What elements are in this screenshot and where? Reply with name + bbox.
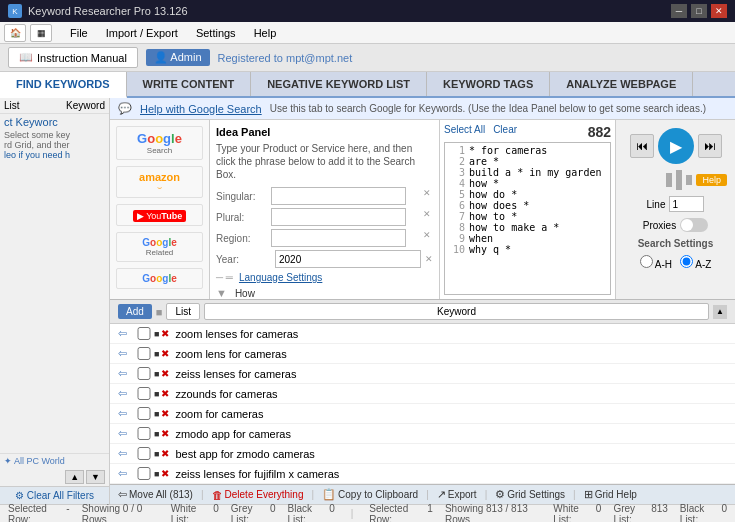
close-button[interactable]: ✕: [711, 4, 727, 18]
menu-icons: 🏠 ▦: [4, 24, 52, 42]
row-checkbox-1[interactable]: [136, 327, 152, 340]
row-delete-button-5[interactable]: ✖: [161, 408, 175, 419]
tab-keyword-tags[interactable]: KEYWORD TAGS: [427, 72, 550, 96]
grid-add-button[interactable]: Add: [118, 304, 152, 319]
proxies-toggle[interactable]: [680, 218, 708, 232]
row-add-arrow-5[interactable]: ⇦: [118, 407, 134, 420]
year-input[interactable]: [275, 250, 421, 268]
tab-analyze-webpage[interactable]: ANALYZE WEBPAGE: [550, 72, 693, 96]
amazon-button[interactable]: amazon ⌣: [116, 166, 203, 198]
find-keywords-area: Google Search amazon ⌣ ▶ YouTube: [110, 120, 735, 300]
grid-settings-button[interactable]: ⚙ Grid Settings: [495, 488, 565, 501]
grey-list2-value: 813: [651, 503, 668, 523]
grid-list-button[interactable]: List: [166, 303, 200, 320]
region-clear-button[interactable]: ✕: [423, 230, 431, 240]
grid-keyword-button[interactable]: Keyword: [204, 303, 709, 320]
grid-icon-button[interactable]: ▦: [30, 24, 52, 42]
menu-settings[interactable]: Settings: [188, 25, 244, 41]
singular-label: Singular:: [216, 191, 271, 202]
radio-az[interactable]: [680, 255, 693, 268]
export-button[interactable]: ↗ Export: [437, 488, 477, 501]
move-all-button[interactable]: ⇦ Move All (813): [118, 488, 193, 501]
menu-help[interactable]: Help: [246, 25, 285, 41]
language-settings-link[interactable]: Language Settings: [239, 272, 322, 283]
minimize-button[interactable]: ─: [671, 4, 687, 18]
google-search-button[interactable]: Google Search: [116, 126, 203, 160]
all-pc-world-link[interactable]: ✦ All PC World: [4, 456, 65, 466]
plural-input[interactable]: [271, 208, 406, 226]
toggle-knob: [681, 219, 693, 231]
row-delete-button-8[interactable]: ✖: [161, 468, 175, 479]
row-delete-button-6[interactable]: ✖: [161, 428, 175, 439]
google-related-button[interactable]: Google Related: [116, 232, 203, 262]
menu-import-export[interactable]: Import / Export: [98, 25, 186, 41]
singular-clear-button[interactable]: ✕: [423, 188, 431, 198]
region-input[interactable]: [271, 229, 406, 247]
row-delete-button-1[interactable]: ✖: [161, 328, 175, 339]
plural-clear-button[interactable]: ✕: [423, 209, 431, 219]
copy-clipboard-button[interactable]: 📋 Copy to Clipboard: [322, 488, 418, 501]
left-up-button[interactable]: ▲: [65, 470, 84, 484]
row-delete-button-7[interactable]: ✖: [161, 448, 175, 459]
status-black-list: Black List: 0: [288, 503, 335, 523]
main-tabs: FIND KEYWORDS WRITE CONTENT NEGATIVE KEY…: [0, 72, 735, 98]
youtube-button[interactable]: ▶ YouTube: [116, 204, 203, 226]
row-add-arrow-6[interactable]: ⇦: [118, 427, 134, 440]
keywords-top-bar: Select All Clear 882: [444, 124, 611, 140]
maximize-button[interactable]: □: [691, 4, 707, 18]
select-all-button[interactable]: Select All: [444, 124, 485, 140]
row-add-arrow-3[interactable]: ⇦: [118, 367, 134, 380]
status-grey-list2: Grey List: 813: [613, 503, 667, 523]
instruction-manual-button[interactable]: 📖 Instruction Manual: [8, 47, 138, 68]
row-checkbox-2[interactable]: [136, 347, 152, 360]
row-checkbox-5[interactable]: [136, 407, 152, 420]
row-checkbox-8[interactable]: [136, 467, 152, 480]
tab-negative-keyword[interactable]: NEGATIVE KEYWORD LIST: [251, 72, 427, 96]
row-add-arrow-7[interactable]: ⇦: [118, 447, 134, 460]
tab-write-content[interactable]: WRITE CONTENT: [127, 72, 252, 96]
menu-bar: 🏠 ▦ File Import / Export Settings Help: [0, 22, 735, 44]
row-delete-button-3[interactable]: ✖: [161, 368, 175, 379]
google-related-label: Related: [123, 248, 196, 257]
help-button[interactable]: Help: [696, 174, 727, 186]
youtube-logo: ▶ YouTube: [133, 210, 186, 222]
table-row: ⇦ ■ ✖ zeiss lenses for fujifilm x camera…: [110, 464, 735, 484]
next-button[interactable]: ⏭: [698, 134, 722, 158]
grid-help-button[interactable]: ⊞ Grid Help: [584, 488, 637, 501]
left-down-button[interactable]: ▼: [86, 470, 105, 484]
radio-az-label[interactable]: A-Z: [680, 255, 711, 270]
google-extra-button[interactable]: Google: [116, 268, 203, 289]
line-input[interactable]: [669, 196, 704, 212]
home-icon-button[interactable]: 🏠: [4, 24, 26, 42]
row-add-arrow-4[interactable]: ⇦: [118, 387, 134, 400]
row-checkbox-3[interactable]: [136, 367, 152, 380]
clear-all-filters-button[interactable]: ⚙ Clear All Filters: [0, 486, 109, 504]
menu-file[interactable]: File: [62, 25, 96, 41]
clear-button[interactable]: Clear: [493, 124, 517, 140]
radio-ah[interactable]: [640, 255, 653, 268]
row-add-arrow-8[interactable]: ⇦: [118, 467, 134, 480]
select-clear-row: Select All Clear: [444, 124, 517, 140]
singular-input[interactable]: [271, 187, 406, 205]
status-grey-list: Grey List: 0: [231, 503, 276, 523]
prev-button[interactable]: ⏮: [630, 134, 654, 158]
row-delete-button-2[interactable]: ✖: [161, 348, 175, 359]
delete-everything-button[interactable]: 🗑 Delete Everything: [212, 489, 304, 501]
left-column: List Keyword ct Keyworc Select some key …: [0, 98, 110, 504]
help-google-search-link[interactable]: Help with Google Search: [140, 103, 262, 115]
grid-scroll-up-button[interactable]: ▲: [713, 305, 727, 319]
play-button[interactable]: ▶: [658, 128, 694, 164]
row-checkbox-4[interactable]: [136, 387, 152, 400]
year-clear-button[interactable]: ✕: [425, 254, 433, 264]
ct-keyword-link[interactable]: ct Keyworc: [4, 116, 105, 128]
leo-link[interactable]: leo if you need h: [4, 150, 105, 160]
selected-row-value: -: [66, 503, 69, 523]
row-add-arrow-2[interactable]: ⇦: [118, 347, 134, 360]
row-black-square-3: ■: [154, 369, 159, 379]
row-checkbox-6[interactable]: [136, 427, 152, 440]
tab-find-keywords[interactable]: FIND KEYWORDS: [0, 72, 127, 98]
radio-ah-label[interactable]: A-H: [640, 255, 672, 270]
row-delete-button-4[interactable]: ✖: [161, 388, 175, 399]
row-add-arrow-1[interactable]: ⇦: [118, 327, 134, 340]
row-checkbox-7[interactable]: [136, 447, 152, 460]
